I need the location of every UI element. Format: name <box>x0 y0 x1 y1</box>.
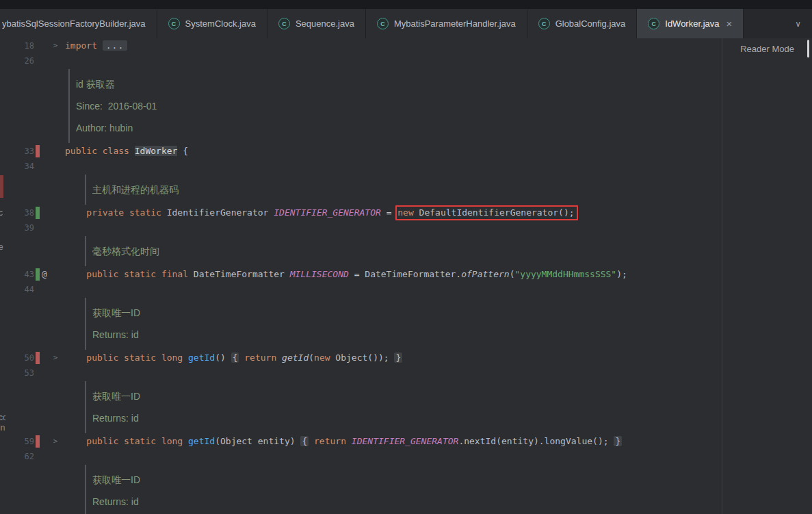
line-number[interactable]: 44 <box>0 282 34 297</box>
editor-tab-ybatissqlsessionfactorybuilder-java[interactable]: ybatisSqlSessionFactoryBuilder.java <box>0 9 157 38</box>
code-token: public class <box>65 146 129 156</box>
editor-tab-sequence-java[interactable]: CSequence.java <box>267 9 366 38</box>
tabs-container: ybatisSqlSessionFactoryBuilder.javaCSyst… <box>0 9 744 38</box>
annotation-gutter-icon[interactable]: @ <box>40 267 49 282</box>
tab-label: IdWorker.java <box>665 18 719 29</box>
editor-tab-globalconfig-java[interactable]: CGlobalConfig.java <box>527 9 638 38</box>
gutter-spacer <box>40 220 49 235</box>
fold-gutter <box>49 220 62 235</box>
fold-gutter <box>49 267 62 282</box>
editor-line[interactable]: 18>import ... <box>0 38 812 53</box>
fold-arrow-icon[interactable]: > <box>49 434 62 449</box>
tab-label: Sequence.java <box>296 18 354 29</box>
code-token: ); <box>616 269 627 279</box>
doc-comment-block: 主机和进程的机器码 <box>85 175 812 205</box>
line-number[interactable]: 62 <box>0 449 34 464</box>
tab-overflow-chevron-icon[interactable]: ∨ <box>784 9 812 38</box>
code-token <box>97 40 103 51</box>
doc-comment-block: 获取唯一IDReturns: id <box>85 298 812 350</box>
editor-tab-systemclock-java[interactable]: CSystemClock.java <box>157 9 267 38</box>
line-number[interactable]: 39 <box>0 220 34 235</box>
line-number[interactable]: 34 <box>0 159 34 174</box>
code-token: IdWorker <box>135 146 178 156</box>
editor-line[interactable]: 59> public static long getId(Object enti… <box>0 434 812 449</box>
doc-comment-line: 主机和进程的机器码 <box>92 179 812 201</box>
code-token <box>129 146 135 156</box>
code-text: import ... <box>62 38 127 53</box>
gutter-spacer <box>40 144 49 159</box>
clipped-panel-text: c <box>0 208 5 218</box>
code-token: } <box>394 352 402 363</box>
code-text: public static long getId(Object entity) … <box>62 434 622 449</box>
fold-arrow-icon[interactable]: > <box>49 38 62 53</box>
fold-arrow-icon[interactable]: > <box>49 350 62 365</box>
doc-comment-block: 获取唯一IDReturns: id <box>85 381 812 433</box>
code-token: new <box>397 207 413 218</box>
doc-comment-block: id 获取器Since: 2016-08-01Author: hubin <box>68 69 812 143</box>
code-token: (Object entity) <box>215 436 300 446</box>
editor-line[interactable]: 43@ public static final DateTimeFormatte… <box>0 267 812 282</box>
code-token: IdentifierGenerator <box>161 207 274 218</box>
scrollbar-thumb[interactable] <box>807 40 809 57</box>
tab-label: MybatisParameterHandler.java <box>394 18 516 29</box>
gutter-spacer <box>40 365 49 381</box>
line-number[interactable]: 26 <box>0 53 34 68</box>
highlight-red-box: new DefaultIdentifierGenerator(); <box>395 205 577 220</box>
doc-comment-line: Author: hubin <box>76 117 812 139</box>
editor-line-blank[interactable]: 34 <box>0 159 812 174</box>
left-edge-red-marker <box>0 175 3 198</box>
java-class-icon: C <box>538 18 550 29</box>
editor-content: 18>import ...26id 获取器Since: 2016-08-01Au… <box>0 38 812 514</box>
editor-line-blank[interactable]: 44 <box>0 282 812 297</box>
editor-line-blank[interactable]: 62 <box>0 449 812 464</box>
code-token: IDENTIFIER_GENERATOR <box>274 207 381 218</box>
code-token <box>309 436 314 446</box>
reader-mode-label[interactable]: Reader Mode <box>740 44 794 54</box>
doc-comment-line: id 获取器 <box>76 73 812 95</box>
tab-close-icon[interactable]: × <box>726 18 733 29</box>
line-number[interactable]: 59 <box>0 434 34 449</box>
doc-comment-line: Returns: id <box>92 407 812 429</box>
code-token: { <box>300 436 309 446</box>
clipped-panel-text: cc <box>0 413 5 422</box>
fold-gutter <box>49 53 62 68</box>
code-text <box>62 53 65 68</box>
code-token: new <box>314 352 330 363</box>
fold-gutter <box>49 144 62 159</box>
gutter-spacer <box>40 38 49 53</box>
code-token: Object()); <box>330 352 395 363</box>
code-token: IDENTIFIER_GENERATOR <box>352 436 459 446</box>
editor-line-blank[interactable]: 53 <box>0 365 812 381</box>
tab-label: GlobalConfig.java <box>555 18 626 29</box>
tab-label: ybatisSqlSessionFactoryBuilder.java <box>2 18 146 29</box>
line-number[interactable]: 43 <box>0 267 34 282</box>
line-number[interactable]: 33 <box>0 144 34 159</box>
editor-line-blank[interactable]: 39 <box>0 220 812 235</box>
doc-comment-line: Returns: id <box>92 324 812 346</box>
code-token: () <box>215 352 231 363</box>
editor-line[interactable]: 38 private static IdentifierGenerator ID… <box>0 205 812 220</box>
gutter-spacer <box>40 434 49 449</box>
fold-gutter <box>49 282 62 297</box>
code-token: return <box>314 436 346 446</box>
code-token <box>183 352 188 363</box>
code-token: MILLISECOND <box>290 269 349 279</box>
editor-tab-mybatisparameterhandler-java[interactable]: CMybatisParameterHandler.java <box>366 9 527 38</box>
editor-line[interactable]: 50> public static long getId() { return … <box>0 350 812 365</box>
gutter-spacer <box>40 159 49 174</box>
line-number[interactable]: 18 <box>0 38 34 53</box>
tab-label: SystemClock.java <box>185 18 256 29</box>
line-number[interactable]: 53 <box>0 365 34 381</box>
line-number[interactable]: 50 <box>0 350 34 365</box>
doc-comment-line: 获取唯一ID <box>92 385 812 407</box>
doc-comment-block: 获取唯一IDReturns: id <box>85 465 812 514</box>
clipped-panel-text: e <box>0 242 5 252</box>
editor-line-blank[interactable]: 26 <box>0 53 812 68</box>
editor-line[interactable]: 33public class IdWorker { <box>0 144 812 159</box>
code-editor[interactable]: 18>import ...26id 获取器Since: 2016-08-01Au… <box>0 38 812 514</box>
gutter-spacer <box>40 205 49 220</box>
editor-tab-idworker-java[interactable]: CIdWorker.java× <box>637 9 744 38</box>
code-text <box>62 282 65 297</box>
code-text <box>62 449 65 464</box>
code-token: getId <box>188 436 215 446</box>
